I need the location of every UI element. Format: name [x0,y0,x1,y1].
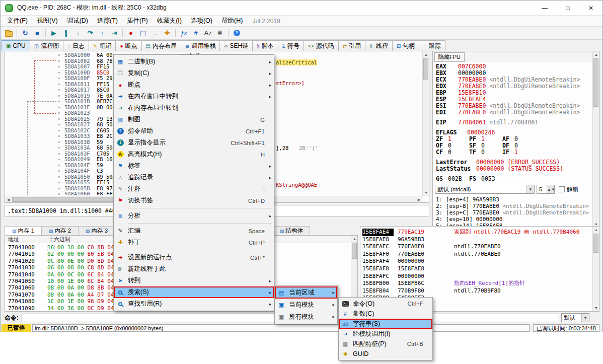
breakpoint-dot[interactable]: • [57,76,60,82]
menu-file[interactable]: 文件(F) [3,16,32,26]
menu-item-copy[interactable]: ❐复制(C)▸ [114,67,274,79]
menu-view[interactable]: 视图(V) [32,16,62,26]
tab-log[interactable]: ≡日志 [63,40,89,51]
scroll-up-icon[interactable]: ▲ [593,51,599,58]
tab-struct[interactable]: ▤结构体 [273,226,310,235]
breakpoint-dot[interactable]: • [57,133,60,139]
menu-plugins[interactable]: 插件(P) [122,16,153,26]
menu-item-assemble[interactable]: ✎汇编Space [114,225,274,237]
registers-scrollbar[interactable]: ▲ ▼ [592,51,599,228]
breakpoint-dot[interactable]: • [57,191,60,195]
log-icon[interactable]: ≡ [149,28,161,38]
case-az-icon[interactable]: Az [202,28,213,38]
calculator-fx-icon[interactable]: ƒx [178,28,189,38]
stack-scrollbar[interactable]: ▲ ▼ [592,227,599,311]
chevron-down-icon[interactable]: ▼ [581,314,589,322]
breakpoints-icon[interactable]: ● [125,28,136,38]
menu-item-current-module[interactable]: ▣当前模块▸ [275,299,337,311]
breakpoint-dot[interactable]: • [57,64,60,70]
about-icon[interactable]: ? [231,28,242,38]
stack-row[interactable]: 15E8FAE4770EAC19返回到 ntdll.770EAC19 自 ntd… [360,229,592,236]
menu-item-highlighting-mode[interactable]: A高亮模式(H)H [114,149,274,160]
breakpoint-dot[interactable]: • [57,168,60,174]
disasm-vertical-scrollbar[interactable]: ▲ ▼ [422,51,429,196]
preferences-icon[interactable]: ✱ [214,28,225,38]
tab-graph[interactable]: ◫流程图 [30,40,63,51]
scroll-thumb[interactable] [593,58,598,107]
menu-item-all-modules[interactable]: ▣所有模块▸ [275,311,337,323]
hide-fpu-button[interactable]: 隐藏FPU [434,52,465,62]
tab-script[interactable]: §脚本 [252,40,278,51]
scroll-down-icon[interactable]: ▼ [593,305,599,311]
step-into-icon[interactable]: ↓ [72,28,84,38]
tab-seh[interactable]: ∞SEH链 [219,40,253,51]
scroll-down-icon[interactable]: ▼ [423,189,429,196]
menu-item-set-new-origin[interactable]: ➜设置新的运行点Ctrl+* [114,252,274,263]
stack-row[interactable]: 15E8FB0015E8FB6C指向SEH_Record[1]的指针 [360,280,592,287]
menu-item-toggle-bookmark[interactable]: ⚑切换书签Ctrl+D [114,195,274,206]
menu-item-show-mnemonic-brief[interactable]: i显示指令提示Ctrl+Shift+F1 [114,137,274,149]
tab-cpu[interactable]: ▣CPU [2,40,30,51]
stack-row[interactable]: 15E8FB04770B9F80ntdll.770B9F80 [360,287,592,295]
tab-breakpoints[interactable]: ●断点 [115,40,141,51]
breakpoint-dot[interactable]: • [57,157,60,163]
tab-source[interactable]: <>源代码 [304,40,339,51]
number-format-icon[interactable]: # [190,28,201,38]
register-row[interactable]: CF0TF0IF1 [436,149,592,156]
chevron-down-icon[interactable]: ▼ [526,185,534,193]
patches-icon[interactable]: ✚ [162,28,173,38]
scroll-up-icon[interactable]: ▲ [351,236,358,242]
argument-row[interactable]: 4: [esp+10] 00000000 [436,216,592,223]
stack-row[interactable]: 15E8FAF400000000 [360,258,592,265]
menu-item-binary[interactable]: ▦二进制(B)▸ [114,56,274,67]
register-row[interactable]: LastStatus00000000 (STATUS_SUCCESS) [436,166,592,172]
menu-item-comment[interactable]: ✎注释; [114,183,274,195]
menu-item-goto[interactable]: ➤转到▸ [114,275,274,286]
stack-row[interactable]: 15E8FAEC770EABE0ntdll.770EABE0 [360,243,592,251]
step-over-icon[interactable]: ↷ [85,28,96,38]
register-row[interactable]: EDI770EABE0 <ntdll.DbgUiRemoteBreakin> [436,109,592,116]
breakpoint-dot[interactable]: • [57,99,60,105]
scroll-up-icon[interactable]: ▲ [423,51,429,58]
step-out-icon[interactable]: ↑ [97,28,108,38]
menu-item-breakpoint[interactable]: ●断点▸ [114,79,274,91]
menu-item-guid[interactable]: ✱GUID [339,349,432,359]
registers-panel[interactable]: 隐藏FPU EAX007C6000EBX00000000ECX770EABE0 … [432,51,599,228]
unlock-checkbox[interactable] [559,186,565,192]
menu-item-new-thread-here[interactable]: ⊪新建线程于此 [114,263,274,275]
argument-row[interactable]: 3: [esp+C] 770EABE0 <ntdll.DbgUiRemoteBr… [436,209,592,216]
scroll-thumb[interactable] [352,243,357,259]
breakpoint-dot[interactable]: • [57,180,60,186]
register-row[interactable]: EFLAGS00000246 [436,129,592,136]
breakpoint-dot[interactable]: • [57,87,60,93]
minimize-button[interactable]: — [533,1,556,15]
menu-trace[interactable]: 追踪(T) [93,16,122,26]
menu-item-label[interactable]: ⚑标签▸ [114,160,274,172]
menu-options[interactable]: 选项(O) [186,16,217,26]
menu-item-find-references[interactable]: 查找引用(R)▸ [114,298,274,310]
scroll-left-icon[interactable]: ◀ [5,196,12,203]
menu-item-instruction-help[interactable]: ?指令帮助Ctrl+F1 [114,125,274,137]
menu-item-pattern[interactable]: ▦匹配特征(P)Ctrl+B [339,339,432,349]
menu-item-follow-in-dump[interactable]: ➜在内存窗口中转到▸ [114,91,274,102]
scroll-up-icon[interactable]: ▲ [593,227,599,233]
register-row[interactable]: OF0SF0DF0 [436,142,592,149]
menu-item-analysis[interactable]: ≣分析▸ [114,210,274,222]
memory-map-icon[interactable]: ▤ [137,28,148,38]
close-button[interactable]: ✕ [579,1,602,15]
tab-handles[interactable]: ⊞句柄 [392,40,419,51]
menu-item-constant[interactable]: #常数(C) [339,309,432,319]
menu-item-search[interactable]: 搜索(S)▸ [114,286,274,298]
menu-item-trace-record[interactable]: ∴追踪记录▸ [114,172,274,183]
stack-row[interactable]: 15E8FAE896A59BB3 [360,236,592,244]
register-row[interactable]: GS002BFS0053 [436,176,592,182]
argument-count-stepper[interactable]: 5 ▲▼ [537,185,555,194]
menu-favourites[interactable]: 收藏夹(I) [153,16,186,26]
breakpoint-dot[interactable]: • [57,110,60,116]
tab-threads[interactable]: ⊪线程 [365,40,393,51]
register-row[interactable]: ZF1PF1AF0 [436,136,592,142]
tab-dump-2[interactable]: ▤内存 2 [41,226,79,235]
scroll-thumb[interactable] [593,234,598,253]
restart-icon[interactable]: ↻ [20,28,31,38]
tab-notes[interactable]: ✎笔记 [89,40,116,51]
